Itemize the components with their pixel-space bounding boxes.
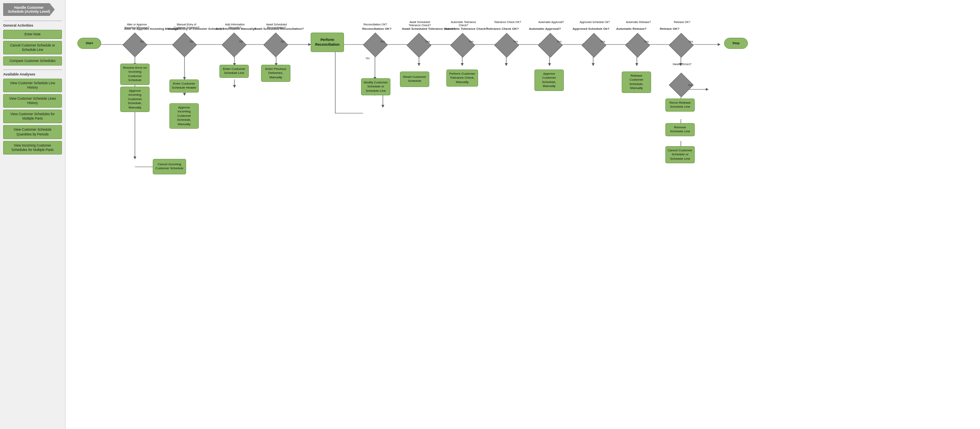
header-auto-tol: Automatic Tolerance Check?	[444, 27, 488, 31]
start-node: Start	[77, 38, 101, 49]
header-auto-approval: Automatic Approval?	[529, 27, 561, 31]
stop-node: Stop	[724, 38, 748, 49]
header-auto-release: Automatic Release?	[616, 27, 646, 31]
activity-title: Handle Customer Schedule (Activity Level…	[3, 3, 55, 16]
diamond-auto-release: Automatic Release?	[627, 35, 648, 56]
label-yes-recon: Yes	[380, 40, 385, 43]
cancel-schedule-line-node[interactable]: Cancel Customer Schedule or Schedule Lin…	[665, 146, 695, 163]
enter-schedule-line-node[interactable]: Enter Customer Schedule Line	[219, 65, 249, 78]
diamond-add-info: Add Information Manually?	[224, 35, 244, 55]
diamond-auto-approval: Automatic Approval?	[540, 35, 561, 56]
sidebar: Handle Customer Schedule (Activity Level…	[0, 0, 65, 429]
rerun-release-node[interactable]: Rerun Release Schedule Line	[665, 99, 695, 112]
label-yes-approved-ok: Yes	[600, 40, 605, 43]
label-no-handle-errors: No	[688, 83, 692, 87]
compare-schedules-button[interactable]: Compare Customer Schedules	[3, 56, 62, 66]
diamond-tolerance-ok: Tolerance Check OK?	[496, 35, 517, 56]
release-manually-node[interactable]: Release Customer Schedule, Manually	[622, 72, 651, 93]
header-tol-ok: Tolerance Check OK?	[486, 27, 519, 31]
cancel-incoming-node[interactable]: Cancel Incoming Customer Schedule	[153, 159, 186, 174]
perform-reconciliation-node[interactable]: Perform Reconciliation	[311, 33, 344, 52]
flow-arrows	[65, 0, 980, 429]
view-schedule-lines-history-button[interactable]: View Customer Schedule Lines History	[3, 94, 62, 108]
diagram-area: Start Alter or Approve Incoming Message?…	[65, 0, 980, 429]
label-yes-auto-tol: Yes	[469, 40, 473, 43]
header-release-ok: Release OK?	[660, 27, 679, 31]
enter-prev-deliveries-node[interactable]: Enter Previous Deliveries, Manually	[261, 65, 290, 82]
diamond-reconciliation-ok: Reconciliation OK?	[365, 35, 385, 55]
remove-schedule-line-node[interactable]: Remove Schedule Line	[665, 123, 695, 136]
view-schedule-quantities-button[interactable]: View Customer Schedule Quantities by Per…	[3, 125, 62, 139]
label-yes-auto-approval: Yes	[557, 40, 561, 43]
tolerance-check-manually-node[interactable]: Perform Customer Tolerance Check, Manual…	[446, 70, 478, 87]
resolve-error-node[interactable]: Resolve Error on Incoming Customer Sched…	[120, 64, 150, 85]
approve-incoming-node[interactable]: Approve Incoming Customer Schedule, Manu…	[120, 87, 150, 112]
label-yes-tol-ok: Yes	[513, 40, 518, 43]
page-container: Handle Customer Schedule (Activity Level…	[0, 0, 980, 429]
diamond-manual-entry: Manual Entry of Customer Schedule?	[175, 35, 194, 55]
enter-note-button[interactable]: Enter Note	[3, 30, 62, 39]
diamond-await-tolerance: Await Scheduled Tolerance Check?	[409, 35, 429, 56]
modify-schedule-node[interactable]: Modify Customer Schedule or Schedule Lin…	[361, 78, 390, 95]
label-yes-release-ok: Yes	[688, 40, 693, 43]
label-no-recon: No	[366, 56, 370, 60]
reset-schedule-node[interactable]: Reset Customer Schedule	[400, 72, 429, 87]
diagram-canvas: Start Alter or Approve Incoming Message?…	[65, 0, 980, 429]
header-add-info: Add Information Manually?	[215, 27, 256, 31]
header-recon-ok: Reconciliation OK?	[362, 27, 392, 31]
label-no-manual: No	[190, 40, 194, 43]
diamond-auto-tolerance: Automatic Tolerance Check?	[452, 35, 473, 56]
header-approved-ok: Approved Schedule Ok?	[573, 27, 609, 31]
enter-schedule-header-node[interactable]: Enter Customer Schedule Header	[169, 79, 199, 93]
view-incoming-schedules-button[interactable]: View Incoming Customer Schedules for Mul…	[3, 141, 62, 155]
label-yes-auto-release: Yes	[644, 40, 649, 43]
label-no-add-info: No	[239, 40, 243, 43]
cancel-schedule-button[interactable]: Cancel Customer Schedule or Schedule Lin…	[3, 41, 62, 54]
approve-schedule-manually-node[interactable]: Approve Customer Schedule, Manually	[534, 70, 564, 91]
approve-incoming-2-node[interactable]: Approve Incoming Customer Schedule, Manu…	[169, 103, 199, 129]
view-schedules-multiple-parts-button[interactable]: View Customer Schedules for Multiple Par…	[3, 110, 62, 123]
diamond-approved-ok: Approved Schedule Ok?	[584, 35, 604, 56]
diamond-await-reconciliation: Await Scheduled Reconciliation?	[266, 35, 286, 55]
general-section-label: General Activities	[3, 21, 62, 27]
diamond-release-ok: Release OK?	[671, 35, 692, 56]
label-yes-await-tol: Yes	[425, 40, 430, 43]
label-no-await-recon: No	[281, 40, 285, 43]
analyses-section-label: Available Analyses	[3, 70, 62, 76]
header-await-recon: Await Scheduled Reconciliation?	[254, 27, 304, 31]
diamond-alter-approve: Alter or Approve Incoming Message?	[125, 35, 145, 55]
view-schedule-line-history-button[interactable]: View Customer Schedule Line History	[3, 79, 62, 92]
label-no-alter: No	[140, 40, 144, 43]
